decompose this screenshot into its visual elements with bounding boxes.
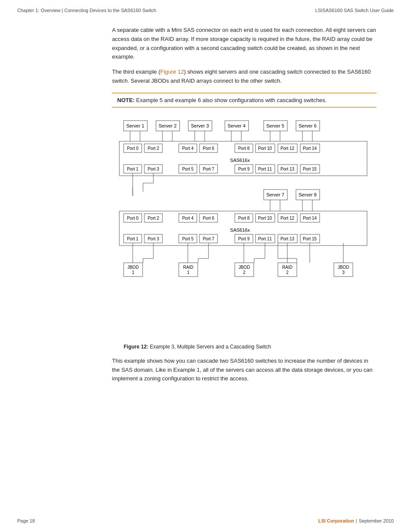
svg-text:Server 5: Server 5 <box>266 123 284 128</box>
svg-text:SAS616x: SAS616x <box>230 227 250 233</box>
footer-page: Page 18 <box>17 518 35 523</box>
svg-text:Server 1: Server 1 <box>126 123 144 128</box>
svg-text:Server 2: Server 2 <box>159 123 177 128</box>
footer-right: LSI Corporation | September 2010 <box>318 518 394 523</box>
paragraph-1: A separate cable with a Mini SAS connect… <box>112 26 377 62</box>
svg-text:Server 8: Server 8 <box>299 192 317 197</box>
svg-text:Port 7: Port 7 <box>203 236 215 241</box>
svg-text:Port 15: Port 15 <box>303 167 317 171</box>
header-right: LSISAS6160 SAS Switch User Guide <box>315 8 394 13</box>
svg-text:Port 7: Port 7 <box>203 167 215 171</box>
svg-text:JBOD: JBOD <box>239 265 250 270</box>
svg-text:Port 4: Port 4 <box>182 216 194 221</box>
footer-separator: | <box>356 518 357 523</box>
svg-text:Port 9: Port 9 <box>238 236 250 241</box>
footer-brand: LSI Corporation <box>318 518 354 523</box>
svg-text:Port 8: Port 8 <box>238 216 250 221</box>
svg-text:Port 12: Port 12 <box>280 146 295 151</box>
svg-text:Port 14: Port 14 <box>303 146 317 151</box>
svg-text:Port 0: Port 0 <box>127 146 139 151</box>
svg-text:Port 9: Port 9 <box>238 167 250 171</box>
svg-text:Port 1: Port 1 <box>127 236 139 241</box>
svg-text:Port 13: Port 13 <box>280 167 295 171</box>
svg-text:Port 13: Port 13 <box>280 236 295 241</box>
svg-text:Port 14: Port 14 <box>303 216 317 221</box>
svg-text:Port 11: Port 11 <box>258 236 272 241</box>
note-box: NOTE: Example 5 and example 6 also show … <box>112 93 377 108</box>
figure-caption-label: Figure 12: <box>124 344 148 350</box>
svg-text:Server 6: Server 6 <box>299 123 317 128</box>
paragraph-3: This example shows how you can cascade t… <box>112 357 377 383</box>
svg-text:Port 5: Port 5 <box>182 167 194 171</box>
svg-text:Port 2: Port 2 <box>148 146 159 151</box>
main-content: A separate cable with a Mini SAS connect… <box>0 13 411 402</box>
header-left: Chapter 1: Overview | Connecting Devices… <box>17 8 156 13</box>
svg-text:Port 5: Port 5 <box>182 236 194 241</box>
svg-text:RAID: RAID <box>282 265 293 270</box>
page-header: Chapter 1: Overview | Connecting Devices… <box>0 0 411 13</box>
svg-text:Port 12: Port 12 <box>280 216 295 221</box>
para2-before: The third example ( <box>112 68 160 75</box>
svg-text:Port 10: Port 10 <box>258 216 272 221</box>
figure12-link[interactable]: Figure 12 <box>160 68 184 75</box>
svg-text:2: 2 <box>243 270 246 275</box>
note-label: NOTE: <box>117 97 134 103</box>
svg-text:2: 2 <box>286 270 289 275</box>
svg-text:Server 7: Server 7 <box>266 192 284 197</box>
svg-text:Server 4: Server 4 <box>227 123 246 128</box>
figure-caption-text: Example 3, Multiple Servers and a Cascad… <box>148 344 271 350</box>
svg-text:SAS616x: SAS616x <box>230 158 250 163</box>
svg-text:1: 1 <box>132 270 134 275</box>
svg-text:3: 3 <box>342 270 345 275</box>
svg-text:Port 15: Port 15 <box>303 236 317 241</box>
diagram-svg: Server 1 Server 2 Server 3 Server 4 Serv… <box>115 116 374 340</box>
figure-caption: Figure 12: Example 3, Multiple Servers a… <box>124 344 365 350</box>
svg-text:Port 6: Port 6 <box>203 216 215 221</box>
page-footer: Page 18 LSI Corporation | September 2010 <box>17 518 394 523</box>
svg-text:Port 3: Port 3 <box>148 236 159 241</box>
svg-text:Port 1: Port 1 <box>127 167 139 171</box>
figure-area: Server 1 Server 2 Server 3 Server 4 Serv… <box>112 116 377 350</box>
svg-text:1: 1 <box>187 270 190 275</box>
svg-text:Port 0: Port 0 <box>127 216 139 221</box>
svg-text:Port 11: Port 11 <box>258 167 272 171</box>
svg-text:Port 6: Port 6 <box>203 146 215 151</box>
svg-text:Server 3: Server 3 <box>191 123 209 128</box>
note-text: Example 5 and example 6 also show config… <box>134 97 327 103</box>
svg-text:Port 2: Port 2 <box>148 216 159 221</box>
svg-text:Port 4: Port 4 <box>182 146 194 151</box>
svg-text:RAID: RAID <box>183 265 193 270</box>
paragraph-2: The third example (Figure 12) shows eigh… <box>112 68 377 86</box>
svg-text:Port 3: Port 3 <box>148 167 159 171</box>
svg-text:JBOD: JBOD <box>128 265 139 270</box>
footer-date: September 2010 <box>359 518 394 523</box>
svg-text:Port 8: Port 8 <box>238 146 250 151</box>
svg-text:JBOD: JBOD <box>338 265 349 270</box>
svg-text:Port 10: Port 10 <box>258 146 272 151</box>
